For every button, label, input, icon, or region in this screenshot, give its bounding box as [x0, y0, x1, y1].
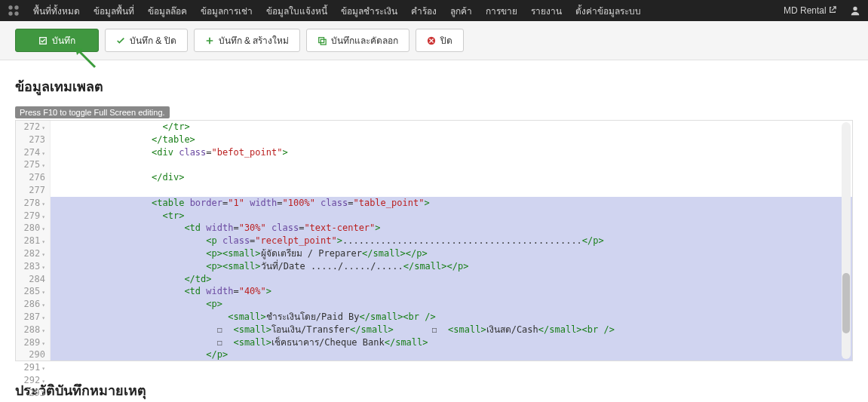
external-link-icon [829, 6, 836, 14]
scrollbar-thumb[interactable] [842, 273, 850, 333]
svg-point-1 [14, 5, 18, 9]
save-close-button[interactable]: บันทึก & ปิด [105, 29, 188, 52]
copy-icon [317, 36, 327, 45]
cancel-icon [427, 36, 436, 45]
top-navbar: พื้นที่ทั้งหมดข้อมูลพื้นที่ข้อมูลล๊อคข้อ… [0, 0, 868, 21]
code-line[interactable]: <p> [51, 298, 852, 311]
editor-scrollbar[interactable] [842, 122, 851, 359]
code-line[interactable]: <td width="30%" class="text-center"> [51, 222, 852, 235]
editor-gutter: 2722732742752762772782792802812822832842… [16, 121, 51, 361]
editor-body[interactable]: </tr> </table> <div class="befot_point">… [51, 121, 852, 361]
code-line[interactable]: </tr> [51, 121, 852, 133]
svg-rect-6 [319, 37, 324, 42]
code-line[interactable]: </td> [51, 273, 852, 286]
nav-item[interactable]: การขาย [479, 6, 524, 17]
check-icon [116, 36, 125, 45]
nav-item[interactable]: ข้อมูลการเช่า [194, 6, 259, 17]
code-line[interactable]: <div class="befot_point"> [51, 146, 852, 159]
close-button[interactable]: ปิด [416, 29, 464, 52]
code-editor[interactable]: 2722732742752762772782792802812822832842… [15, 120, 853, 361]
svg-point-4 [853, 7, 857, 11]
apply-icon [38, 36, 48, 45]
code-line[interactable]: <small>ชำระเงินโดย/Paid By</small><br /> [51, 311, 852, 324]
save-new-button[interactable]: บันทึก & สร้างใหม่ [194, 29, 301, 52]
code-line[interactable]: <td width="40%"> [51, 285, 852, 298]
nav-item[interactable]: รายงาน [524, 6, 569, 17]
code-line[interactable]: <p><small>วันที่/Date ...../...../.....<… [51, 260, 852, 273]
nav-item[interactable]: พื้นที่ทั้งหมด [26, 6, 87, 17]
brand-link[interactable]: MD Rental [784, 5, 836, 16]
nav-item[interactable]: ข้อมูลชำระเงิน [334, 6, 404, 17]
save-copy-button[interactable]: บันทึกและคัดลอก [306, 29, 409, 52]
svg-point-0 [8, 5, 12, 9]
nav-item[interactable]: ตั้งค่าข้อมูลระบบ [569, 6, 648, 17]
svg-rect-7 [321, 39, 327, 44]
svg-point-2 [8, 11, 12, 15]
nav-item[interactable]: ข้อมูลพื้นที่ [87, 6, 141, 17]
f10-hint: Press F10 to toggle Full Screen editing. [15, 106, 170, 118]
action-toolbar: บันทึก บันทึก & ปิด บันทึก & สร้างใหม่ บ… [0, 21, 868, 60]
code-line[interactable]: </table> [51, 133, 852, 146]
code-line[interactable] [51, 158, 852, 171]
nav-item[interactable]: ข้อมูลใบแจ้งหนี้ [259, 6, 334, 17]
navbar-right: MD Rental [784, 5, 860, 16]
plus-icon [205, 36, 214, 45]
code-line[interactable]: </div> [51, 171, 852, 184]
main-content: ข้อมูลเทมเพลต Press F10 to toggle Full S… [0, 60, 868, 402]
navbar-left: พื้นที่ทั้งหมดข้อมูลพื้นที่ข้อมูลล๊อคข้อ… [8, 4, 648, 18]
template-heading: ข้อมูลเทมเพลต [15, 75, 853, 97]
code-line[interactable]: ☐ <small>เช็คธนาคาร/Cheque Bank</small> [51, 336, 852, 349]
code-line[interactable] [51, 184, 852, 197]
save-button[interactable]: บันทึก [15, 29, 99, 52]
nav-item[interactable]: ลูกค้า [443, 6, 479, 17]
code-line[interactable]: ☐ <small>โอนเงิน/Transfer</small> ☐ <sma… [51, 324, 852, 336]
nav-item[interactable]: คำร้อง [404, 6, 443, 17]
svg-point-3 [14, 11, 18, 15]
code-line[interactable]: <tr> [51, 210, 852, 222]
code-line[interactable]: <table border="1" width="100%" class="ta… [51, 197, 852, 210]
history-heading: ประวัติบันทึกหมายเหตุ [15, 379, 853, 401]
code-line[interactable]: <p><small>ผู้จัดเตรียม / Preparer</small… [51, 247, 852, 260]
code-line[interactable]: </p> [51, 348, 852, 361]
nav-item[interactable]: ข้อมูลล๊อค [141, 6, 194, 17]
user-icon[interactable] [850, 5, 860, 16]
joomla-logo-icon[interactable] [8, 5, 20, 17]
code-line[interactable]: <p class="recelpt_point">...............… [51, 235, 852, 247]
